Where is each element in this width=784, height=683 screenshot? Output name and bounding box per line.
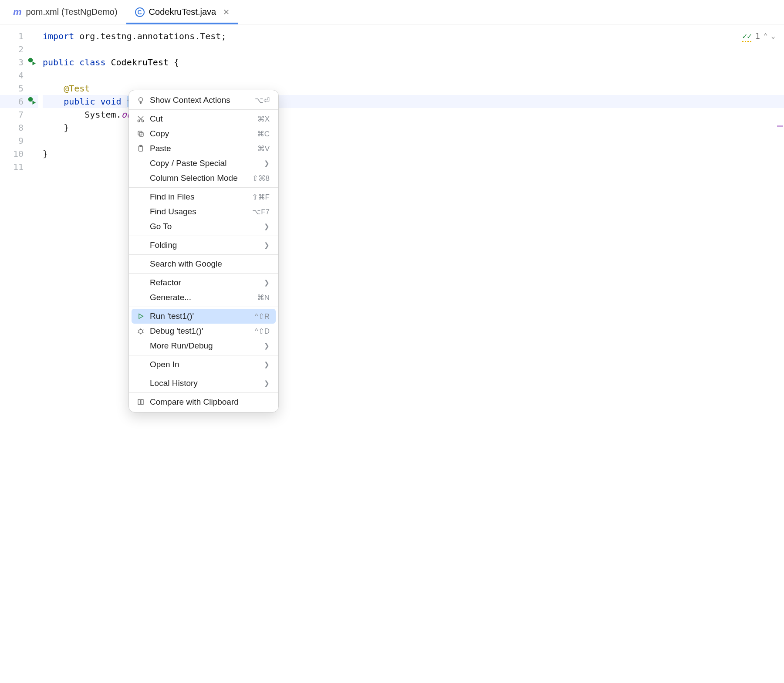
problems-icon: ✓✓ (742, 31, 752, 41)
run-icon (136, 313, 145, 320)
gutter-line[interactable]: 6 (0, 95, 38, 108)
menu-folding[interactable]: Folding ❯ (132, 238, 276, 253)
menu-compare-clipboard[interactable]: Compare with Clipboard (132, 395, 276, 409)
svg-marker-3 (33, 101, 36, 105)
gutter-line[interactable]: 4 (0, 69, 38, 82)
menu-separator (129, 236, 278, 236)
menu-run-test[interactable]: Run 'test1()' ^⇧R (132, 309, 276, 324)
menu-local-history[interactable]: Local History ❯ (132, 376, 276, 391)
copy-icon (136, 130, 145, 138)
gutter-line[interactable]: 3 (0, 56, 38, 69)
code-line: import org.testng.annotations.Test; (43, 30, 784, 43)
java-class-icon: C (135, 7, 145, 17)
menu-open-in[interactable]: Open In ❯ (132, 357, 276, 372)
svg-point-12 (139, 329, 143, 333)
menu-more-run-debug[interactable]: More Run/Debug ❯ (132, 338, 276, 353)
menu-separator (129, 392, 278, 393)
gutter-line[interactable]: 8 (0, 121, 38, 134)
close-icon[interactable]: ✕ (223, 7, 230, 17)
bulb-icon (136, 96, 145, 104)
bug-icon (136, 327, 145, 335)
gutter-line[interactable]: 11 (0, 160, 38, 173)
svg-rect-14 (141, 399, 143, 405)
chevron-right-icon: ❯ (264, 342, 270, 350)
code-line (43, 69, 784, 82)
editor-tab-bar: m pom.xml (TestNgDemo) C CodekruTest.jav… (0, 0, 784, 24)
gutter-line[interactable]: 1 (0, 30, 38, 43)
editor-context-menu: Show Context Actions ⌥⏎ Cut ⌘X Copy ⌘C P… (128, 90, 279, 413)
chevron-right-icon: ❯ (264, 223, 270, 230)
menu-separator (129, 374, 278, 374)
menu-separator (129, 307, 278, 307)
svg-rect-13 (138, 399, 140, 405)
chevron-up-icon[interactable]: ⌃ (764, 32, 768, 40)
chevron-right-icon: ❯ (264, 379, 270, 387)
menu-search-google[interactable]: Search with Google (132, 257, 276, 271)
menu-column-selection[interactable]: Column Selection Mode ⇧⌘8 (132, 171, 276, 186)
gutter-line[interactable]: 10 (0, 147, 38, 160)
menu-cut[interactable]: Cut ⌘X (132, 112, 276, 126)
menu-show-context-actions[interactable]: Show Context Actions ⌥⏎ (132, 93, 276, 108)
menu-generate[interactable]: Generate... ⌘N (132, 290, 276, 305)
editor-gutter: 1234567891011 (0, 24, 38, 683)
tab-label: pom.xml (TestNgDemo) (26, 7, 118, 17)
svg-rect-8 (138, 131, 142, 135)
menu-separator (129, 109, 278, 110)
menu-go-to[interactable]: Go To ❯ (132, 219, 276, 234)
svg-point-2 (28, 97, 33, 102)
svg-point-4 (139, 98, 143, 101)
scissors-icon (136, 115, 145, 123)
chevron-right-icon: ❯ (264, 159, 270, 167)
menu-separator (129, 355, 278, 355)
menu-separator (129, 254, 278, 255)
run-gutter-icon[interactable] (28, 95, 36, 108)
menu-refactor[interactable]: Refactor ❯ (132, 275, 276, 290)
gutter-line[interactable]: 7 (0, 108, 38, 121)
chevron-right-icon: ❯ (264, 241, 270, 249)
chevron-down-icon[interactable]: ⌄ (771, 32, 775, 40)
code-line: public class CodekruTest { (43, 56, 784, 69)
menu-find-in-files[interactable]: Find in Files ⇧⌘F (132, 189, 276, 204)
menu-copy[interactable]: Copy ⌘C (132, 126, 276, 141)
menu-paste[interactable]: Paste ⌘V (132, 141, 276, 156)
code-line (43, 43, 784, 56)
svg-marker-1 (33, 61, 36, 65)
menu-copy-paste-special[interactable]: Copy / Paste Special ❯ (132, 156, 276, 171)
problems-count: 1 (755, 31, 760, 41)
diff-icon (136, 398, 145, 406)
svg-marker-11 (139, 314, 143, 319)
menu-debug-test[interactable]: Debug 'test1()' ^⇧D (132, 324, 276, 338)
menu-find-usages[interactable]: Find Usages ⌥F7 (132, 204, 276, 219)
chevron-right-icon: ❯ (264, 279, 270, 287)
tab-label: CodekruTest.java (149, 7, 216, 17)
tab-pom-xml[interactable]: m pom.xml (TestNgDemo) (4, 0, 126, 24)
chevron-right-icon: ❯ (264, 361, 270, 369)
gutter-line[interactable]: 2 (0, 43, 38, 56)
svg-rect-7 (139, 132, 143, 136)
run-gutter-icon[interactable] (28, 56, 36, 69)
gutter-line[interactable]: 9 (0, 134, 38, 147)
menu-separator (129, 273, 278, 274)
margin-warning-mark[interactable] (777, 125, 783, 127)
maven-file-icon: m (13, 7, 22, 18)
clipboard-icon (136, 145, 145, 152)
gutter-line[interactable]: 5 (0, 82, 38, 95)
menu-separator (129, 187, 278, 188)
tab-codekru-test[interactable]: C CodekruTest.java ✕ (126, 0, 239, 24)
inspection-widget[interactable]: ✓✓ 1 ⌃ ⌄ (742, 31, 775, 41)
svg-point-0 (28, 58, 33, 63)
code-editor: 1234567891011 import org.testng.annotati… (0, 24, 784, 683)
